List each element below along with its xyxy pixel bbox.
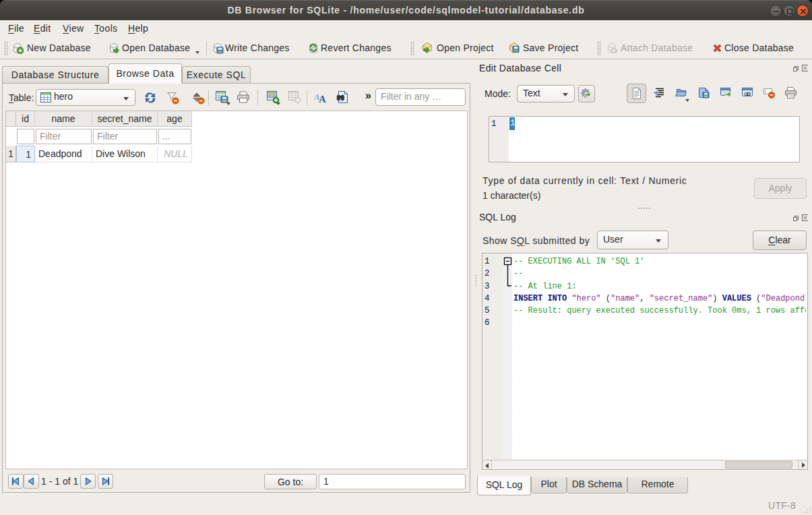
svg-text:A: A xyxy=(319,94,326,104)
